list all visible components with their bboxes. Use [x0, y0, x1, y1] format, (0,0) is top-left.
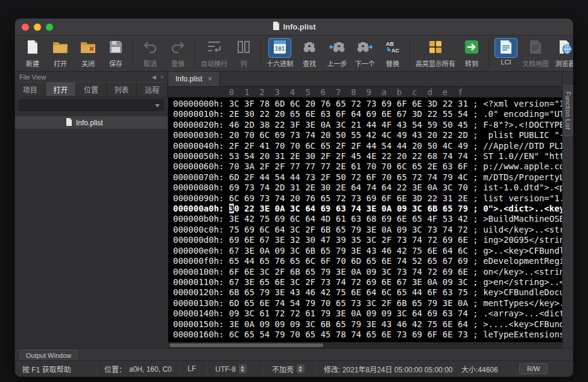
- hex-row[interactable]: 00000150h: 3E 0A 09 09 09 3C 6B 65 79 3E…: [173, 319, 562, 330]
- toolbar-button-find-previous[interactable]: 上一步: [323, 38, 351, 68]
- toolbar-separator: [488, 40, 489, 67]
- svg-text:101: 101: [275, 46, 285, 52]
- rw-toggle[interactable]: R/W: [519, 363, 548, 374]
- hex-row[interactable]: 000000a0h: 30 22 3E 0A 3C 64 69 63 74 3E…: [173, 204, 562, 214]
- close-window-button[interactable]: [22, 23, 29, 31]
- hex-row[interactable]: 00000080h: 69 73 74 2D 31 2E 30 2E 64 74…: [173, 183, 562, 193]
- toolbar-button-close-file[interactable]: 关闭: [74, 38, 102, 68]
- hex-row[interactable]: 00000120h: 6B 65 79 3E 43 46 42 75 6E 64…: [173, 287, 562, 298]
- status-highlight-mode[interactable]: 不加亮: [272, 364, 305, 374]
- hex-row[interactable]: 000000c0h: 75 69 6C 64 3C 2F 6B 65 79 3E…: [173, 225, 562, 235]
- hex-row[interactable]: 00000010h: 2E 30 22 20 65 6E 63 6F 64 69…: [173, 109, 562, 119]
- hex-rows[interactable]: 00000000h: 3C 3F 78 6D 6C 20 76 65 72 73…: [168, 98, 562, 342]
- hex-row-bytes: 69 6E 67 3E 32 30 47 39 35 3C 2F 73 74 7…: [229, 235, 468, 245]
- hex-row-address: 00000070h:: [173, 172, 229, 182]
- tab-project[interactable]: 项目: [15, 82, 46, 96]
- highlight-stepper[interactable]: [297, 365, 305, 374]
- toolbar-button-save[interactable]: 保存: [102, 38, 130, 68]
- hex-row-address: 00000120h:: [173, 287, 229, 297]
- tab-open[interactable]: 打开: [46, 82, 77, 96]
- file-item-label: Info.plist: [76, 119, 103, 127]
- hex-row[interactable]: 00000160h: 6C 65 54 79 70 65 45 78 74 65…: [173, 330, 562, 340]
- status-rw-button[interactable]: R/W: [519, 363, 548, 374]
- toolbar-button-highlight-all[interactable]: 高亮显示所有: [413, 38, 458, 68]
- toolbar-button-new[interactable]: 新建: [19, 38, 46, 68]
- hex-row[interactable]: 000000e0h: 67 3E 0A 09 3C 6B 65 79 3E 43…: [173, 246, 562, 256]
- hex-row-ascii: ; on</key>..<strin: [468, 267, 562, 277]
- toolbar-button-redo[interactable]: 重做: [164, 38, 192, 68]
- minimize-window-button[interactable]: [34, 23, 41, 31]
- hex-row[interactable]: 000000b0h: 3E 42 75 69 6C 64 4D 61 63 68…: [173, 214, 562, 224]
- editor-tabbar: Info.plist ×: [168, 72, 562, 87]
- hex-row-address: 00000090h:: [173, 193, 229, 203]
- output-window-strip: Output Window: [15, 348, 573, 360]
- tab-list[interactable]: 列表: [107, 82, 138, 96]
- toolbar-button-document-map[interactable]: 文档地图: [520, 38, 551, 68]
- hex-row[interactable]: 00000110h: 67 3E 65 6E 3C 2F 73 74 72 69…: [173, 277, 562, 287]
- tab-remote[interactable]: 远程: [137, 82, 168, 96]
- toolbar-button-goto[interactable]: 转到: [458, 38, 485, 68]
- statusbar-divider: [264, 363, 264, 374]
- toolbar-button-find-next[interactable]: 下一个: [351, 38, 379, 68]
- hex-row[interactable]: 00000030h: 20 70 6C 69 73 74 20 50 55 42…: [173, 130, 562, 140]
- status-line-ending[interactable]: LF: [188, 365, 196, 373]
- toolbar-button-undo[interactable]: 取消: [136, 38, 164, 68]
- zoom-window-button[interactable]: [46, 23, 53, 31]
- document-icon: [272, 22, 279, 32]
- statusbar-divider: [315, 363, 316, 374]
- hex-row[interactable]: 00000130h: 6D 65 6E 74 54 79 70 65 73 3C…: [173, 298, 562, 308]
- hex-row[interactable]: 00000100h: 6F 6E 3C 2F 6B 65 79 3E 0A 09…: [173, 267, 562, 277]
- hex-row[interactable]: 00000020h: 46 2D 38 22 3F 3E 0A 3C 21 44…: [173, 120, 562, 130]
- hex-row-bytes: 65 44 65 76 65 6C 6F 70 6D 65 6E 74 52 6…: [229, 256, 468, 266]
- horizontal-scrollbar-thumb[interactable]: [169, 343, 323, 347]
- panel-close-icon[interactable]: ×: [160, 74, 163, 80]
- hex-row[interactable]: 00000140h: 09 3C 61 72 72 61 79 3E 0A 09…: [173, 308, 562, 319]
- hex-row[interactable]: 00000000h: 3C 3F 78 6D 6C 20 76 65 72 73…: [173, 99, 562, 109]
- file-view-header: File View ◀ ×: [15, 72, 168, 82]
- svg-text:AB: AB: [386, 41, 394, 47]
- output-window-tab[interactable]: Output Window: [20, 349, 77, 360]
- toolbar-button-find[interactable]: 查找: [296, 38, 323, 68]
- file-filter-dropdown[interactable]: [19, 99, 164, 111]
- hex-row-address: 00000030h:: [173, 130, 229, 140]
- editor-tab-infoplist[interactable]: Info.plist ×: [168, 72, 220, 86]
- hex-row[interactable]: 00000090h: 6C 69 73 74 20 76 65 72 73 69…: [173, 193, 562, 204]
- tab-close-icon[interactable]: ×: [208, 75, 212, 83]
- panel-collapse-icon[interactable]: ◀: [152, 74, 156, 80]
- file-list-item-infoplist[interactable]: Info.plist: [15, 116, 168, 129]
- hex-row-address: 00000110h:: [173, 277, 229, 287]
- hex-row[interactable]: 000000d0h: 69 6E 67 3E 32 30 47 39 35 3C…: [173, 235, 562, 245]
- hex-row-ascii: ; <?xml version="1: [468, 99, 562, 108]
- toolbar-button-columns[interactable]: 列: [230, 38, 258, 68]
- hex-row-address: 000000a0h:: [173, 204, 229, 213]
- toolbar-button-open[interactable]: 打开: [46, 38, 74, 68]
- statusbar-divider: [179, 363, 180, 374]
- hex-row-ascii: ; F-8"?>.<!DOCTYPE: [468, 120, 562, 130]
- tab-location[interactable]: 位置: [76, 82, 107, 96]
- hex-row-ascii: ; p://www.apple.co: [468, 161, 562, 171]
- horizontal-scrollbar[interactable]: [168, 342, 562, 348]
- toolbar-button-lci[interactable]: LCI: [492, 38, 520, 66]
- hex-row-address: 00000050h:: [173, 151, 229, 161]
- toolbar-button-word-wrap[interactable]: 自动换行: [198, 38, 230, 68]
- function-list-tab[interactable]: Function List: [563, 85, 573, 136]
- status-encoding[interactable]: UTF-8: [215, 365, 247, 374]
- toolbar-separator: [195, 40, 195, 67]
- traffic-lights: [15, 23, 53, 31]
- hex-row[interactable]: 000000f0h: 65 44 65 76 65 6C 6F 70 6D 65…: [173, 256, 562, 266]
- statusbar: 按 F1 获取帮助 位置： a0H, 160, C0 LF UTF-8 不加亮 …: [15, 360, 573, 377]
- encoding-stepper[interactable]: [239, 365, 247, 374]
- toolbar-button-hex-mode[interactable]: 101 十六进制: [264, 38, 296, 68]
- hex-row[interactable]: 00000050h: 53 54 20 31 2E 30 2F 2F 45 4E…: [173, 151, 562, 161]
- hex-row-ascii: ; ST 1.0//EN" "htt: [468, 151, 562, 161]
- hex-row-address: 000000d0h:: [173, 235, 229, 245]
- hex-row[interactable]: 00000060h: 70 3A 2F 2F 77 77 77 2E 61 70…: [173, 161, 562, 172]
- toolbar-button-replace[interactable]: ABAC 替换: [379, 38, 406, 68]
- status-modified: 修改: 2021年8月24日 05:00:00 05:00:00: [324, 364, 452, 374]
- hex-row-address: 00000160h:: [173, 330, 229, 339]
- file-view-title: File View: [19, 74, 46, 81]
- toolbar-button-browser[interactable]: 浏览器: [551, 38, 574, 68]
- hex-row[interactable]: 00000040h: 2F 2F 41 70 70 6C 65 2F 2F 44…: [173, 141, 562, 151]
- hex-row-bytes: 6B 65 79 3E 43 46 42 75 6E 64 6C 65 44 6…: [229, 287, 468, 297]
- hex-row[interactable]: 00000070h: 6D 2F 44 54 44 73 2F 50 72 6F…: [173, 172, 562, 183]
